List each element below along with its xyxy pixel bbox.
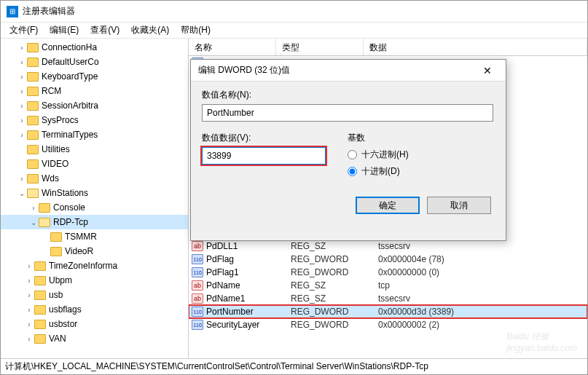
value-data-label: 数值数据(V): [202, 132, 348, 144]
menubar: 文件(F) 编辑(E) 查看(V) 收藏夹(A) 帮助(H) [1, 23, 587, 39]
value-data: tssecsrv [378, 293, 587, 304]
folder-icon [34, 276, 46, 285]
value-data: 0x00000002 (2) [378, 320, 587, 330]
expander-icon[interactable]: ⌄ [17, 189, 27, 197]
expander-icon[interactable]: › [17, 175, 27, 183]
expander-icon[interactable]: ⌄ [28, 218, 39, 226]
tree-item[interactable]: ›SessionArbitra [1, 98, 188, 113]
tree-item[interactable]: ›KeyboardType [1, 69, 188, 84]
list-row[interactable]: PdFlagREG_DWORD0x0000004e (78) [189, 253, 587, 266]
tree-item[interactable]: ›usbflags [1, 302, 188, 317]
string-value-icon [192, 241, 203, 251]
expander-icon[interactable]: › [17, 87, 27, 95]
value-data: tssecsrv [378, 241, 587, 251]
tree-item[interactable]: ›Console [1, 200, 188, 215]
close-icon[interactable]: ✕ [477, 65, 498, 76]
expander-icon[interactable]: › [17, 58, 27, 66]
expander-icon[interactable]: › [24, 306, 34, 314]
tree-item-label: usb [49, 290, 63, 300]
tree-item[interactable]: ⌄WinStations [1, 186, 188, 200]
tree-item[interactable]: ›Wds [1, 171, 188, 186]
radio-hex-row[interactable]: 十六进制(H) [348, 149, 495, 161]
tree-item[interactable]: ⌄RDP-Tcp [1, 215, 188, 229]
menu-edit[interactable]: 编辑(E) [44, 23, 85, 38]
cancel-button[interactable]: 取消 [427, 197, 491, 214]
value-type: REG_DWORD [291, 320, 378, 330]
expander-icon[interactable]: › [17, 44, 27, 52]
value-data: 0x00000d3d (3389) [378, 307, 587, 317]
tree-item[interactable]: VIDEO [1, 157, 188, 171]
tree-item[interactable]: TSMMR [1, 229, 188, 244]
tree-item[interactable]: ›usbstor [1, 317, 188, 331]
expander-icon[interactable]: › [24, 277, 34, 285]
folder-icon [27, 159, 39, 169]
value-name: PdFlag1 [206, 267, 291, 277]
tree-item-label: Console [53, 202, 85, 213]
window-title: 注册表编辑器 [23, 5, 75, 17]
menu-file[interactable]: 文件(F) [4, 23, 44, 38]
radio-hex[interactable] [348, 150, 357, 159]
menu-help[interactable]: 帮助(H) [175, 23, 216, 38]
folder-icon [39, 203, 50, 213]
folder-icon [34, 334, 46, 344]
tree-item[interactable]: ›TerminalTypes [1, 127, 188, 142]
folder-icon [34, 320, 46, 329]
list-row[interactable]: PdDLL1REG_SZtssecsrv [189, 240, 587, 253]
tree-item[interactable]: ›TimeZoneInforma [1, 258, 188, 273]
expander-icon[interactable]: › [24, 335, 34, 343]
titlebar: 注册表编辑器 [1, 1, 587, 23]
folder-icon [27, 174, 39, 183]
value-data-input[interactable] [202, 147, 326, 165]
string-value-icon [192, 280, 203, 291]
tree-item[interactable]: ›ConnectionHa [1, 40, 188, 55]
col-header-data[interactable]: 数据 [364, 39, 587, 55]
folder-icon [27, 116, 39, 125]
folder-icon [27, 130, 39, 140]
tree-item[interactable]: VideoR [1, 244, 188, 258]
value-type: REG_SZ [291, 293, 378, 304]
tree-item[interactable]: ›VAN [1, 331, 188, 346]
expander-icon[interactable]: › [17, 117, 27, 125]
dword-value-icon [192, 307, 203, 317]
tree-item[interactable]: ›usb [1, 288, 188, 302]
tree-item-label: usbflags [49, 304, 82, 315]
expander-icon[interactable]: › [28, 204, 39, 212]
tree-item-label: VAN [49, 333, 66, 344]
edit-dword-dialog: 编辑 DWORD (32 位)值 ✕ 数值名称(N): 数值数据(V): 基数 … [190, 59, 506, 241]
folder-icon [34, 261, 46, 271]
expander-icon[interactable]: › [17, 73, 27, 81]
tree-item[interactable]: Utilities [1, 142, 188, 157]
dialog-titlebar[interactable]: 编辑 DWORD (32 位)值 ✕ [191, 60, 506, 82]
folder-icon [27, 145, 39, 154]
expander-icon[interactable]: › [17, 131, 27, 139]
radio-dec-row[interactable]: 十进制(D) [348, 165, 495, 178]
folder-icon [34, 291, 46, 300]
menu-view[interactable]: 查看(V) [85, 23, 125, 38]
tree-item[interactable]: ›Ubpm [1, 273, 188, 288]
radio-dec[interactable] [348, 167, 357, 176]
col-header-type[interactable]: 类型 [276, 39, 364, 55]
value-data: 0x0000004e (78) [378, 254, 587, 264]
expander-icon[interactable]: › [24, 291, 34, 299]
col-header-name[interactable]: 名称 [189, 39, 276, 55]
ok-button[interactable]: 确定 [356, 197, 420, 214]
tree-item-label: VideoR [65, 246, 93, 256]
registry-tree[interactable]: ›ConnectionHa›DefaultUserCo›KeyboardType… [1, 39, 189, 358]
list-row[interactable]: PdNameREG_SZtcp [189, 279, 587, 292]
list-row[interactable]: PdFlag1REG_DWORD0x00000000 (0) [189, 266, 587, 279]
menu-favorites[interactable]: 收藏夹(A) [125, 23, 175, 38]
tree-item[interactable]: ›RCM [1, 84, 188, 98]
tree-item[interactable]: ›DefaultUserCo [1, 55, 188, 69]
tree-item-label: WinStations [42, 188, 88, 198]
expander-icon[interactable]: › [24, 320, 34, 328]
expander-icon[interactable]: › [24, 262, 34, 270]
list-row[interactable]: PdName1REG_SZtssecsrv [189, 292, 587, 305]
value-name-input[interactable] [202, 104, 493, 122]
folder-icon [27, 101, 39, 111]
tree-item-label: TerminalTypes [42, 130, 98, 140]
list-row[interactable]: PortNumberREG_DWORD0x00000d3d (3389) [189, 305, 587, 318]
expander-icon[interactable]: › [17, 102, 27, 110]
tree-item[interactable]: ›SysProcs [1, 113, 188, 127]
list-row[interactable]: SecurityLayerREG_DWORD0x00000002 (2) [189, 318, 587, 331]
string-value-icon [192, 293, 203, 304]
